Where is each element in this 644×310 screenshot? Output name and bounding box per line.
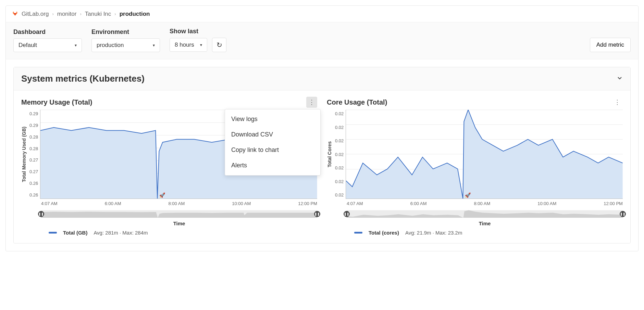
chart-title: Memory Usage (Total) (21, 98, 92, 106)
panel-title: System metrics (Kubernetes) (21, 73, 145, 84)
breadcrumb-item[interactable]: GitLab.org (22, 11, 49, 17)
x-axis-label: Time (327, 220, 623, 226)
legend-stats: Avg: 281m · Max: 284m (94, 230, 148, 236)
refresh-icon: ↻ (216, 41, 222, 49)
chevron-right-icon: › (52, 11, 53, 16)
dropdown-item[interactable]: Alerts (225, 158, 320, 173)
chevron-down-icon: ▾ (153, 43, 155, 48)
chart-title: Core Usage (Total) (327, 98, 387, 106)
kebab-icon: ⋮ (614, 98, 620, 106)
x-axis-ticks: 4:07 AM6:00 AM8:00 AM10:00 AM12:00 PM (21, 199, 317, 206)
time-range-brush[interactable]: ❚❚❚❚ (347, 210, 623, 218)
dropdown-item[interactable]: Download CSV (225, 127, 320, 142)
chart-menu-dropdown: View logsDownload CSVCopy link to chartA… (225, 109, 321, 176)
breadcrumb-item[interactable]: Tanuki Inc (85, 11, 111, 17)
dropdown-item[interactable]: Copy link to chart (225, 142, 320, 158)
breadcrumb-item-current[interactable]: production (120, 11, 150, 17)
chevron-right-icon: › (80, 11, 81, 16)
time-range-brush[interactable]: ❚❚❚❚ (41, 210, 317, 218)
metrics-panel: System metrics (Kubernetes) Memory Usage… (13, 67, 631, 243)
brush-handle-left[interactable]: ❚❚ (38, 211, 44, 217)
legend-swatch (49, 232, 57, 234)
deploy-marker-icon: 🚀 (159, 192, 165, 198)
y-axis-label: Total Memory Used (GB) (21, 127, 27, 182)
chart-legend: Total (cores)Avg: 21.9m · Max: 23.2m (327, 226, 623, 236)
dashboard-label: Dashboard (13, 28, 82, 36)
toolbar: Dashboard Default ▾ Environment producti… (6, 22, 638, 59)
chevron-down-icon (617, 75, 623, 83)
x-axis-label: Time (21, 220, 317, 226)
chevron-down-icon: ▾ (200, 43, 202, 47)
legend-series-name: Total (GB) (63, 230, 87, 236)
environment-label: Environment (91, 28, 160, 36)
refresh-button[interactable]: ↻ (212, 38, 226, 52)
breadcrumb-item[interactable]: monitor (57, 11, 77, 17)
legend-stats: Avg: 21.9m · Max: 23.2m (405, 230, 462, 236)
chart-card: Core Usage (Total)⋮Total Cores0.020.020.… (327, 97, 623, 236)
showlast-select[interactable]: 8 hours ▾ (170, 38, 207, 52)
gitlab-logo-icon (12, 10, 18, 18)
breadcrumb: GitLab.org › monitor › Tanuki Inc › prod… (6, 6, 638, 22)
chart-plot-area[interactable]: 🚀 (346, 110, 623, 199)
environment-select-value: production (97, 42, 124, 49)
environment-select[interactable]: production ▾ (91, 38, 160, 52)
x-axis-ticks: 4:07 AM6:00 AM8:00 AM10:00 AM12:00 PM (327, 199, 623, 206)
chart-card: Memory Usage (Total)⋮View logsDownload C… (21, 97, 317, 236)
dashboard-select-value: Default (18, 42, 37, 49)
brush-handle-left[interactable]: ❚❚ (344, 211, 350, 217)
chevron-down-icon: ▾ (75, 43, 77, 48)
brush-handle-right[interactable]: ❚❚ (620, 211, 626, 217)
legend-series-name: Total (cores) (369, 230, 399, 236)
deploy-marker-icon: 🚀 (465, 192, 471, 198)
chart-body: Total Cores0.020.020.020.020.020.020.02🚀 (327, 110, 623, 199)
showlast-select-value: 8 hours (175, 41, 194, 48)
y-axis-label: Total Cores (327, 141, 332, 167)
showlast-label: Show last (170, 28, 226, 35)
legend-swatch (354, 232, 362, 234)
showlast-selector-group: Show last 8 hours ▾ ↻ (170, 28, 226, 52)
environment-selector-group: Environment production ▾ (91, 28, 160, 52)
add-metric-button[interactable]: Add metric (590, 38, 631, 52)
app-frame: GitLab.org › monitor › Tanuki Inc › prod… (5, 5, 639, 251)
dashboard-select[interactable]: Default ▾ (13, 38, 82, 52)
dashboard-selector-group: Dashboard Default ▾ (13, 28, 82, 52)
kebab-icon: ⋮ (309, 98, 315, 106)
brush-handle-right[interactable]: ❚❚ (314, 211, 320, 217)
chart-menu-button[interactable]: ⋮ (612, 97, 623, 108)
chart-legend: Total (GB)Avg: 281m · Max: 284m (21, 226, 317, 236)
panel-header[interactable]: System metrics (Kubernetes) (14, 67, 630, 91)
chart-menu-button[interactable]: ⋮ (306, 97, 317, 108)
chevron-right-icon: › (114, 11, 116, 16)
dropdown-item[interactable]: View logs (225, 111, 320, 127)
y-axis-ticks: 0.020.020.020.020.020.020.02 (332, 110, 346, 199)
y-axis-ticks: 0.290.290.280.280.270.270.260.26 (27, 110, 40, 199)
